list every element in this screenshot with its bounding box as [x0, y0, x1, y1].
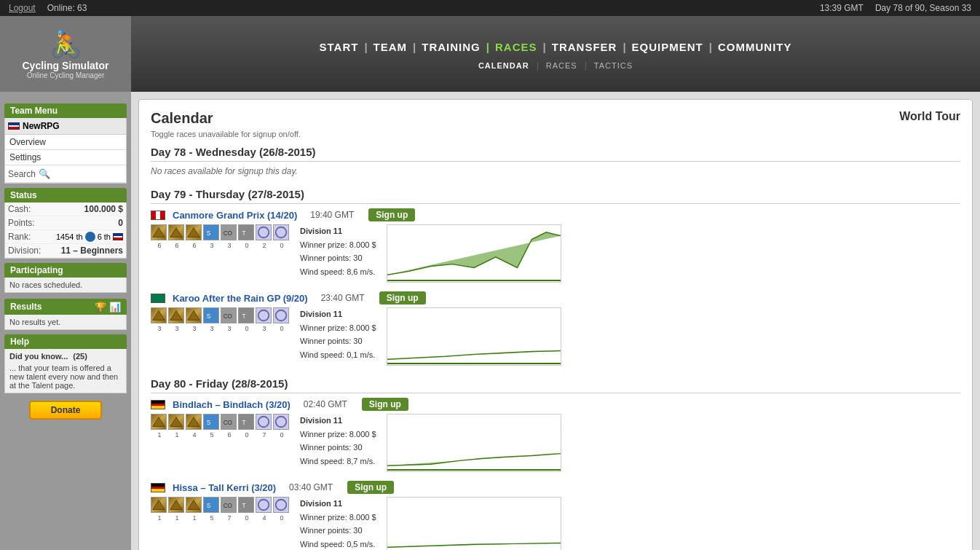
day-header-80: Day 80 - Friday (28/8-2015) [151, 377, 960, 393]
race-hissa: Hissa – Tall Kerri (3/20) 03:40 GMT Sign… [151, 481, 960, 550]
race-flag-ca [151, 211, 165, 220]
signup-canmore[interactable]: Sign up [368, 208, 415, 221]
svg-text:CO: CO [224, 230, 232, 237]
stage-icon-tt1: T [238, 224, 254, 240]
flag-badge [113, 233, 123, 240]
subnav-calendar[interactable]: CALENDAR [471, 61, 537, 70]
settings-menu-item[interactable]: Settings [5, 150, 126, 165]
results-content: No results yet. [4, 315, 127, 330]
search-label: Search [8, 169, 36, 179]
race-karoo-header: Karoo After the Rain GP (9/20) 23:40 GMT… [151, 291, 960, 305]
logout-link[interactable]: Logout [9, 3, 36, 13]
subnav-races[interactable]: RACES [539, 61, 585, 70]
svg-text:CO: CO [224, 503, 232, 509]
layout: Team Menu NewRPG Overview Settings Searc… [0, 92, 980, 550]
team-menu-header: Team Menu [4, 103, 127, 118]
race-bindlach-icons: S CO T 11456070 [151, 414, 290, 439]
bindlach-prize: Winner prize: 8.000 $ [300, 428, 376, 441]
nav-community[interactable]: COMMUNITY [718, 41, 792, 53]
karoo-icon-s1: S [203, 307, 219, 323]
race-name-hissa[interactable]: Hissa – Tall Kerri (3/20) [173, 482, 276, 493]
karoo-prize: Winner prize: 8.000 $ [300, 321, 376, 335]
svg-marker-26 [153, 417, 165, 427]
race-name-karoo[interactable]: Karoo After the Rain GP (9/20) [173, 293, 308, 304]
hissa-icon-c2 [256, 497, 272, 513]
participating-content: No races scheduled. [4, 278, 127, 293]
day-section-78: Day 78 - Wednesday (26/8-2015) No races … [151, 146, 960, 176]
karoo-icon-m3 [186, 307, 202, 323]
overview-menu-item[interactable]: Overview [5, 135, 126, 150]
race-canmore-header: Canmore Grand Prix (14/20) 19:40 GMT Sig… [151, 208, 960, 221]
toggle-text[interactable]: Toggle races unavailable for signup on/o… [151, 130, 960, 138]
svg-rect-24 [387, 308, 561, 365]
svg-rect-7 [239, 225, 253, 240]
stage-icon-s1: S [203, 224, 219, 240]
nav-training[interactable]: TRAINING [422, 41, 481, 53]
nav-team[interactable]: TEAM [374, 41, 408, 53]
svg-point-23 [276, 310, 287, 321]
karoo-icon-tt1: T [238, 307, 254, 323]
signup-bindlach[interactable]: Sign up [362, 398, 408, 411]
race-name-canmore[interactable]: Canmore Grand Prix (14/20) [173, 210, 297, 221]
hissa-icon-m2 [168, 497, 184, 513]
status-header: Status [4, 188, 127, 203]
nav-equipment[interactable]: EQUIPMENT [632, 41, 703, 53]
bindlach-icon-m2 [168, 414, 184, 430]
stage-icon-m1 [151, 224, 167, 240]
race-hissa-icon-nums: 11157040 [151, 514, 290, 522]
race-canmore-icons: S CO T 66633020 [151, 224, 290, 249]
stage-icon-m2 [168, 224, 184, 240]
svg-point-9 [258, 227, 269, 238]
race-karoo-icons: S CO T 33333030 [151, 307, 290, 332]
results-label: Results [10, 302, 42, 312]
signup-karoo[interactable]: Sign up [379, 291, 426, 305]
signup-hissa[interactable]: Sign up [347, 481, 394, 494]
bindlach-icon-c2 [256, 414, 272, 430]
current-time: 13:39 GMT [820, 3, 864, 13]
hissa-division: Division 11 [300, 497, 376, 511]
bindlach-wind: Wind speed: 8,7 m/s. [300, 455, 376, 468]
svg-marker-13 [153, 311, 165, 321]
help-count: (25) [73, 352, 87, 361]
points-label: Points: [8, 218, 35, 228]
help-content: Did you know... (25) ... that your team … [4, 349, 127, 393]
svg-point-49 [276, 500, 287, 511]
results-header: Results 🏆 📊 [4, 299, 127, 315]
race-bindlach-chart [387, 414, 561, 472]
race-hissa-icon-row: S CO T [151, 497, 290, 513]
stage-icon-m3 [186, 224, 202, 240]
svg-marker-15 [188, 311, 199, 321]
nav-races[interactable]: RACES [495, 41, 537, 53]
hissa-icon-c3 [273, 497, 289, 513]
svg-point-36 [276, 417, 287, 428]
svg-point-35 [258, 417, 269, 428]
svg-text:T: T [242, 420, 246, 426]
canmore-prize: Winner prize: 8.000 $ [300, 238, 376, 252]
race-name-bindlach[interactable]: Bindlach – Bindlach (3/20) [173, 399, 291, 410]
race-canmore-icon-nums: 66633020 [151, 242, 290, 249]
karoo-division: Division 11 [300, 307, 376, 321]
svg-text:CO: CO [224, 313, 232, 320]
subnav-tactics[interactable]: TACTICS [587, 61, 640, 70]
race-bindlach-icon-nums: 11456070 [151, 431, 290, 439]
bindlach-icon-c3 [273, 414, 289, 430]
donate-button[interactable]: Donate [29, 401, 102, 420]
svg-marker-41 [188, 500, 199, 510]
nav-start[interactable]: START [320, 41, 359, 53]
svg-text:T: T [242, 313, 246, 320]
svg-rect-50 [387, 498, 561, 550]
svg-rect-33 [239, 415, 253, 429]
stage-icon-c1: CO [221, 224, 237, 240]
participating-text: No races scheduled. [9, 280, 82, 289]
canmore-points: Winner points: 30 [300, 251, 376, 265]
stage-icon-c2 [256, 224, 272, 240]
nav-transfer[interactable]: TRANSFER [552, 41, 617, 53]
svg-text:CO: CO [224, 420, 232, 426]
svg-marker-27 [170, 417, 182, 427]
karoo-wind: Wind speed: 0,1 m/s. [300, 348, 376, 362]
main-panel: Calendar World Tour Toggle races unavail… [138, 99, 973, 550]
bindlach-icon-s1: S [203, 414, 219, 430]
team-name-row: NewRPG [5, 118, 126, 135]
header-area: 🚴 Cycling Simulator Online Cycling Manag… [0, 16, 980, 92]
svg-text:T: T [242, 503, 246, 509]
